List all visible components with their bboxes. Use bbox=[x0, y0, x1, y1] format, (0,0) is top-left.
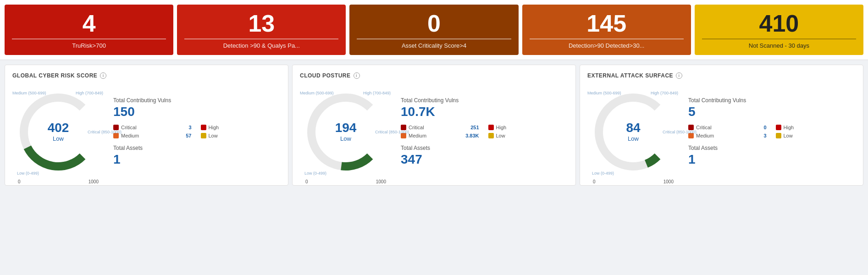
donut-score-label: Low bbox=[340, 135, 351, 142]
vuln-row-critical: Critical 251 bbox=[401, 125, 481, 130]
vuln-count-critical: 251 bbox=[470, 125, 481, 130]
donut-center: 84 Low bbox=[626, 121, 640, 143]
card-value-trurisk: 4 bbox=[12, 11, 166, 39]
vuln-name-medium: Medium bbox=[409, 133, 426, 138]
card-label-notscanned: Not Scanned - 30 days bbox=[749, 42, 809, 49]
axis-max: 1000 bbox=[376, 179, 386, 184]
panel-title-cloud-posture: CLOUD POSTURE i bbox=[300, 72, 568, 79]
total-assets-label: Total Assets bbox=[401, 145, 568, 151]
donut-center: 402 Low bbox=[48, 121, 69, 143]
stats-panel: Total Contributing Vulns 10.7K Critical … bbox=[401, 97, 568, 167]
vuln-dot-low bbox=[776, 133, 781, 138]
vuln-count-medium: 3 bbox=[763, 133, 768, 138]
top-card-notscanned[interactable]: 410 Not Scanned - 30 days bbox=[695, 5, 863, 55]
vuln-dot-high bbox=[201, 125, 206, 130]
vuln-row-low: Low bbox=[201, 133, 281, 138]
vuln-count-critical: 3 bbox=[188, 125, 193, 130]
vuln-count-medium: 57 bbox=[186, 133, 193, 138]
vuln-name-medium: Medium bbox=[696, 133, 714, 138]
card-value-detection90: 13 bbox=[184, 11, 338, 39]
panel-external-attack: EXTERNAL ATTACK SURFACE i High (700-849)… bbox=[580, 65, 863, 186]
top-card-detection90[interactable]: 13 Detection >90 & Qualys Pa... bbox=[177, 5, 346, 55]
vuln-name-low: Low bbox=[784, 133, 793, 138]
vuln-name-low: Low bbox=[209, 133, 218, 138]
axis-max: 1000 bbox=[663, 179, 674, 184]
card-label-criticality: Asset Criticality Score>4 bbox=[402, 42, 466, 49]
total-vulns-value: 150 bbox=[113, 104, 281, 119]
donut-chart: 194 Low bbox=[300, 86, 392, 178]
panel-global-cyber: GLOBAL CYBER RISK SCORE i High (700-849)… bbox=[5, 65, 288, 186]
donut-wrap: High (700-849) Critical (850-1000) Mediu… bbox=[587, 86, 679, 178]
panel-content-external-attack: High (700-849) Critical (850-1000) Mediu… bbox=[587, 86, 856, 178]
top-cards-row: 4 TruRisk>700 13 Detection >90 & Qualys … bbox=[0, 0, 868, 60]
vuln-grid: Critical 3 High Medium 57 Low bbox=[113, 125, 281, 138]
vuln-dot-low bbox=[201, 133, 206, 138]
vuln-row-low: Low bbox=[776, 133, 856, 138]
donut-wrap: High (700-849) Critical (850-1000) Mediu… bbox=[300, 86, 392, 178]
card-value-detected30: 145 bbox=[530, 11, 684, 39]
axis-min: 0 bbox=[593, 179, 596, 184]
top-card-criticality[interactable]: 0 Asset Criticality Score>4 bbox=[349, 5, 518, 55]
vuln-name-high: High bbox=[784, 125, 794, 130]
card-label-detected30: Detection>90 Detected>30... bbox=[569, 42, 645, 49]
panel-cloud-posture: CLOUD POSTURE i High (700-849) Critical … bbox=[292, 65, 576, 186]
top-card-trurisk[interactable]: 4 TruRisk>700 bbox=[5, 5, 173, 55]
vuln-name-critical: Critical bbox=[409, 125, 424, 130]
total-vulns-value: 5 bbox=[688, 104, 856, 119]
donut-center: 194 Low bbox=[335, 121, 357, 143]
card-label-trurisk: TruRisk>700 bbox=[72, 42, 106, 49]
vuln-name-low: Low bbox=[496, 133, 505, 138]
vuln-name-medium: Medium bbox=[121, 133, 139, 138]
total-vulns-label: Total Contributing Vulns bbox=[688, 97, 856, 104]
card-value-criticality: 0 bbox=[357, 11, 511, 39]
info-icon[interactable]: i bbox=[100, 72, 106, 79]
panel-title-global-cyber: GLOBAL CYBER RISK SCORE i bbox=[12, 72, 281, 79]
vuln-dot-low bbox=[488, 133, 494, 138]
axis-min: 0 bbox=[305, 179, 308, 184]
vuln-name-critical: Critical bbox=[696, 125, 712, 130]
vuln-row-low: Low bbox=[488, 133, 569, 138]
total-assets-value: 347 bbox=[401, 152, 568, 167]
donut-chart: 84 Low bbox=[587, 86, 679, 178]
vuln-grid: Critical 251 High Medium 3.83K Low bbox=[401, 125, 568, 138]
vuln-count-medium: 3.83K bbox=[465, 133, 481, 138]
donut-wrap: High (700-849) Critical (850-1000) Mediu… bbox=[12, 86, 104, 178]
card-label-detection90: Detection >90 & Qualys Pa... bbox=[223, 42, 300, 49]
panel-title-text: EXTERNAL ATTACK SURFACE bbox=[587, 72, 673, 79]
stats-panel: Total Contributing Vulns 150 Critical 3 … bbox=[113, 97, 281, 167]
total-vulns-label: Total Contributing Vulns bbox=[401, 97, 568, 104]
vuln-row-medium: Medium 57 bbox=[113, 133, 194, 138]
total-vulns-label: Total Contributing Vulns bbox=[113, 97, 281, 104]
info-icon[interactable]: i bbox=[676, 72, 682, 79]
panel-title-text: GLOBAL CYBER RISK SCORE bbox=[12, 72, 97, 79]
panel-title-text: CLOUD POSTURE bbox=[300, 72, 351, 79]
vuln-grid: Critical 0 High Medium 3 Low bbox=[688, 125, 856, 138]
vuln-row-high: High bbox=[201, 125, 281, 130]
panel-content-global-cyber: High (700-849) Critical (850-1000) Mediu… bbox=[12, 86, 281, 178]
total-assets-value: 1 bbox=[688, 152, 856, 167]
donut-value: 402 bbox=[48, 121, 69, 134]
donut-score-label: Low bbox=[53, 135, 64, 142]
axis-max: 1000 bbox=[88, 179, 99, 184]
dashboard: GLOBAL CYBER RISK SCORE i High (700-849)… bbox=[0, 60, 868, 190]
vuln-name-critical: Critical bbox=[121, 125, 137, 130]
vuln-row-medium: Medium 3.83K bbox=[401, 133, 481, 138]
vuln-row-high: High bbox=[488, 125, 569, 130]
stats-panel: Total Contributing Vulns 5 Critical 0 Hi… bbox=[688, 97, 856, 167]
panel-content-cloud-posture: High (700-849) Critical (850-1000) Mediu… bbox=[300, 86, 568, 178]
axis-min: 0 bbox=[18, 179, 21, 184]
panel-title-external-attack: EXTERNAL ATTACK SURFACE i bbox=[587, 72, 856, 79]
total-assets-value: 1 bbox=[113, 152, 281, 167]
total-vulns-value: 10.7K bbox=[401, 104, 568, 119]
vuln-dot-high bbox=[488, 125, 494, 130]
vuln-row-critical: Critical 3 bbox=[113, 125, 194, 130]
vuln-row-high: High bbox=[776, 125, 856, 130]
donut-score-label: Low bbox=[628, 135, 639, 142]
top-card-detected30[interactable]: 145 Detection>90 Detected>30... bbox=[522, 5, 691, 55]
info-icon[interactable]: i bbox=[354, 72, 360, 79]
vuln-name-high: High bbox=[496, 125, 507, 130]
donut-chart: 402 Low bbox=[12, 86, 104, 178]
card-value-notscanned: 410 bbox=[702, 11, 856, 39]
donut-value: 194 bbox=[335, 121, 357, 134]
vuln-count-critical: 0 bbox=[763, 125, 768, 130]
